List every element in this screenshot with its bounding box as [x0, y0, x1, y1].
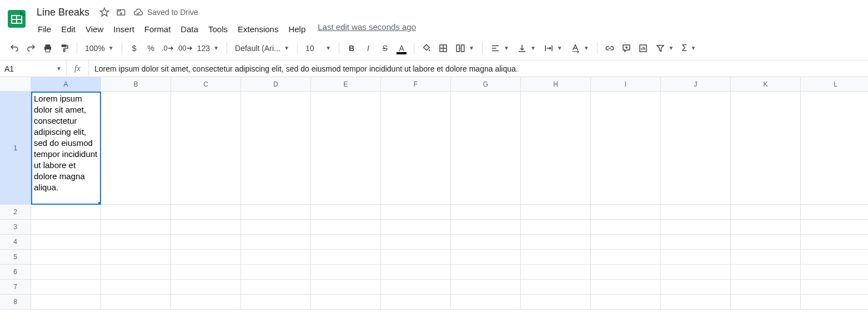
text-color-button[interactable]: A: [394, 40, 409, 56]
row-header-5[interactable]: 5: [0, 250, 31, 265]
column-header-b[interactable]: B: [101, 77, 171, 92]
row-header-4[interactable]: 4: [0, 235, 31, 250]
cell[interactable]: [801, 265, 868, 280]
menu-data[interactable]: Data: [176, 22, 203, 36]
cell[interactable]: [31, 220, 101, 235]
cell[interactable]: [591, 250, 661, 265]
cell[interactable]: [171, 205, 241, 220]
text-rotation-button[interactable]: ▼: [567, 40, 593, 56]
cell[interactable]: [521, 205, 591, 220]
cell[interactable]: [801, 235, 868, 250]
cell[interactable]: [241, 295, 311, 310]
cell[interactable]: [661, 250, 731, 265]
column-header-j[interactable]: J: [661, 77, 731, 92]
cell[interactable]: [451, 250, 521, 265]
star-icon[interactable]: [99, 7, 109, 17]
strikethrough-button[interactable]: S: [377, 40, 393, 56]
font-size-selector[interactable]: 10▼: [302, 40, 334, 56]
menu-file[interactable]: File: [33, 22, 56, 36]
format-currency-button[interactable]: $: [127, 40, 142, 56]
cell[interactable]: [381, 265, 451, 280]
cell[interactable]: [311, 295, 381, 310]
row-header-3[interactable]: 3: [0, 220, 31, 235]
cell[interactable]: [591, 295, 661, 310]
vertical-align-button[interactable]: ▼: [514, 40, 539, 56]
cell[interactable]: [381, 220, 451, 235]
cell[interactable]: [451, 280, 521, 295]
row-header-8[interactable]: 8: [0, 295, 31, 310]
menu-extensions[interactable]: Extensions: [233, 22, 283, 36]
cell[interactable]: [311, 235, 381, 250]
insert-chart-button[interactable]: [635, 40, 651, 56]
cell[interactable]: [661, 205, 731, 220]
text-wrap-button[interactable]: ▼: [540, 40, 566, 56]
cell[interactable]: [661, 295, 731, 310]
print-button[interactable]: [40, 40, 56, 56]
cell[interactable]: [241, 250, 311, 265]
column-header-k[interactable]: K: [731, 77, 801, 92]
cell[interactable]: [521, 295, 591, 310]
name-box[interactable]: A1 ▼: [0, 60, 67, 77]
cell[interactable]: [241, 280, 311, 295]
cell[interactable]: [311, 280, 381, 295]
cell-a1[interactable]: Lorem ipsum dolor sit amet, consectetur …: [31, 92, 101, 205]
cell[interactable]: [451, 295, 521, 310]
cell-h1[interactable]: [521, 92, 591, 205]
cell-l1[interactable]: [801, 92, 868, 205]
cell[interactable]: [241, 265, 311, 280]
cell[interactable]: [381, 280, 451, 295]
cell[interactable]: [801, 220, 868, 235]
cell[interactable]: [171, 235, 241, 250]
cell[interactable]: [31, 250, 101, 265]
cell-b1[interactable]: [101, 92, 171, 205]
cell[interactable]: [241, 220, 311, 235]
cell[interactable]: [731, 295, 801, 310]
cell[interactable]: [101, 265, 171, 280]
cell[interactable]: [591, 205, 661, 220]
fill-color-button[interactable]: [419, 40, 434, 56]
more-formats-button[interactable]: 123▼: [194, 40, 222, 56]
cell-c1[interactable]: [171, 92, 241, 205]
menu-format[interactable]: Format: [140, 22, 175, 36]
cell-g1[interactable]: [451, 92, 521, 205]
cell[interactable]: [591, 235, 661, 250]
column-header-c[interactable]: C: [171, 77, 241, 92]
row-header-2[interactable]: 2: [0, 205, 31, 220]
cell[interactable]: [381, 295, 451, 310]
formula-bar[interactable]: Lorem ipsum dolor sit amet, consectetur …: [89, 60, 868, 77]
cell[interactable]: [101, 205, 171, 220]
cell[interactable]: [801, 295, 868, 310]
cell[interactable]: [31, 235, 101, 250]
bold-button[interactable]: B: [344, 40, 359, 56]
cell[interactable]: [101, 295, 171, 310]
cell[interactable]: [801, 280, 868, 295]
column-header-i[interactable]: I: [591, 77, 661, 92]
paint-format-button[interactable]: [57, 40, 72, 56]
cell[interactable]: [591, 265, 661, 280]
cell[interactable]: [31, 265, 101, 280]
column-header-a[interactable]: A: [31, 77, 101, 92]
italic-button[interactable]: I: [360, 40, 376, 56]
row-header-6[interactable]: 6: [0, 265, 31, 280]
zoom-selector[interactable]: 100%▼: [82, 40, 117, 56]
column-header-d[interactable]: D: [241, 77, 311, 92]
cell[interactable]: [241, 235, 311, 250]
cell[interactable]: [521, 235, 591, 250]
menu-view[interactable]: View: [81, 22, 108, 36]
insert-comment-button[interactable]: [619, 40, 634, 56]
cell[interactable]: [311, 250, 381, 265]
cell[interactable]: [381, 205, 451, 220]
undo-button[interactable]: [7, 40, 22, 56]
cell[interactable]: [171, 280, 241, 295]
cell[interactable]: [661, 220, 731, 235]
cell[interactable]: [101, 280, 171, 295]
column-header-e[interactable]: E: [311, 77, 381, 92]
cell[interactable]: [661, 280, 731, 295]
last-edit-link[interactable]: Last edit was seconds ago: [318, 22, 416, 36]
cell[interactable]: [31, 280, 101, 295]
cell[interactable]: [521, 280, 591, 295]
merge-cells-button[interactable]: ▼: [452, 40, 478, 56]
cell[interactable]: [311, 205, 381, 220]
cell[interactable]: [101, 250, 171, 265]
cell[interactable]: [451, 220, 521, 235]
